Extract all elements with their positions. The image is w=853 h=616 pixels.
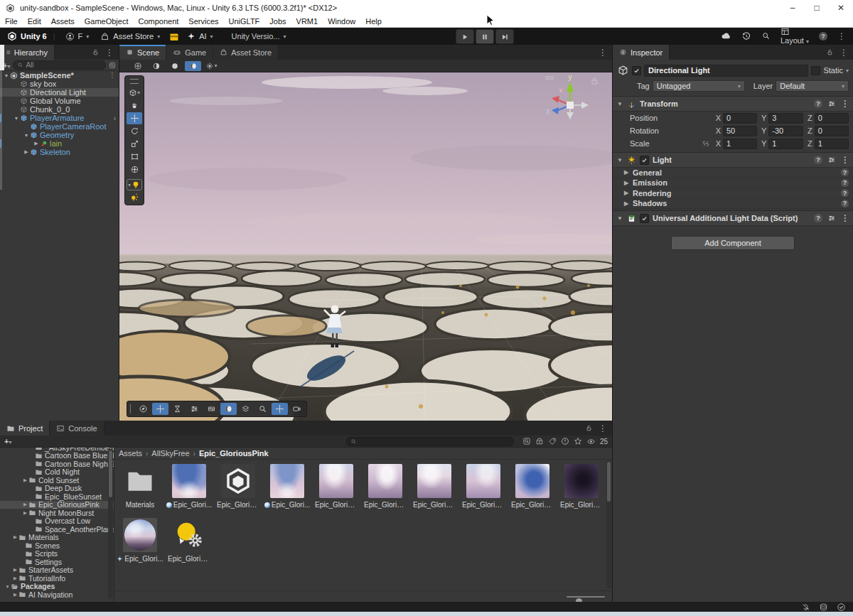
gizmo-toggle-button[interactable] [272, 403, 288, 415]
help-icon[interactable]: ? [841, 200, 849, 207]
snap-settings-button[interactable] [186, 403, 203, 415]
prefab-open-chevron[interactable]: › [114, 114, 116, 122]
tab-scene[interactable]: Scene [119, 45, 166, 60]
grid-snap-button[interactable] [203, 403, 220, 415]
thumbnail-zoom-slider[interactable] [567, 596, 605, 598]
asset-store-dropdown[interactable]: Asset Store ▾ [100, 32, 160, 41]
kebab-menu-icon[interactable]: ⋮ [599, 425, 607, 432]
tree-item[interactable]: Overcast Low [0, 517, 114, 526]
scale-tool[interactable] [127, 138, 142, 150]
menu-item-vrm1[interactable]: VRM1 [291, 16, 323, 27]
menu-item-jobs[interactable]: Jobs [264, 16, 291, 27]
position-y-field[interactable]: 3 [768, 113, 803, 124]
menu-item-gameobject[interactable]: GameObject [80, 16, 134, 27]
tree-item[interactable]: ▶StarterAssets [0, 566, 114, 575]
kebab-menu-icon[interactable]: ⋮ [839, 49, 848, 56]
minimize-button[interactable]: – [780, 0, 805, 16]
presets-icon[interactable] [827, 214, 836, 222]
tree-item[interactable]: ▶Night MoonBurst [0, 509, 114, 517]
tab-asset-store[interactable]: Asset Store [213, 45, 279, 60]
hierarchy-item-geometry[interactable]: ▼ Geometry [0, 131, 119, 139]
tree-item[interactable]: Cartoon Base BlueSky [0, 452, 114, 460]
project-search-input[interactable] [346, 437, 514, 446]
menu-item-edit[interactable]: Edit [23, 16, 46, 27]
script-enabled-checkbox[interactable] [640, 214, 649, 223]
light-section-rendering[interactable]: ▶Rendering ? [613, 188, 853, 199]
tab-game[interactable]: Game [166, 45, 213, 60]
tree-item[interactable]: ▶AI Navigation [0, 590, 114, 599]
tree-item[interactable]: Space_AnotherPlanet [0, 525, 114, 534]
asset-skybox-material[interactable]: Epic_Glori... [117, 518, 163, 563]
asset-materials-folder[interactable]: Materials [117, 464, 163, 509]
asset-texture[interactable]: Epic_Glorious... [362, 464, 409, 509]
breadcrumb-assets[interactable]: Assets [119, 449, 142, 458]
background-tasks-ok-icon[interactable] [837, 603, 846, 612]
asset-texture[interactable]: Epic_Glorious... [509, 464, 556, 509]
kebab-menu-icon[interactable]: ⋮ [109, 72, 116, 79]
import-package-icon[interactable] [535, 437, 544, 445]
transform-component-header[interactable]: ▼ Transform ? ⋮ [613, 96, 853, 112]
tree-item[interactable]: Scenes [0, 541, 114, 550]
hierarchy-item-directional-light[interactable]: Directional Light [0, 88, 119, 97]
asset-scrollbar[interactable] [606, 460, 611, 588]
lighting-toggle-button[interactable] [185, 61, 201, 71]
position-z-field[interactable]: 0 [815, 113, 849, 124]
hierarchy-item-playercameraroot[interactable]: PlayerCameraRoot [0, 122, 119, 131]
active-checkbox[interactable] [632, 66, 641, 75]
layout-dropdown[interactable]: Layout ▾ [780, 27, 809, 45]
notifications-muted-icon[interactable] [801, 603, 810, 612]
tab-hierarchy[interactable]: ≡ Hierarchy [0, 45, 55, 60]
add-component-button[interactable]: Add Component [671, 236, 795, 250]
presets-icon[interactable] [827, 99, 836, 108]
light-section-shadows[interactable]: ▶Shadows ? [613, 199, 853, 210]
chevron-down-icon[interactable]: ▾ [846, 67, 849, 74]
scale-y-field[interactable]: 1 [768, 139, 803, 149]
kebab-menu-icon[interactable]: ⋮ [837, 33, 846, 40]
help-icon[interactable]: ? [814, 99, 822, 108]
hierarchy-item-scene[interactable]: ▼ SampleScene* ⋮ [0, 71, 119, 80]
hidden-count-eye-icon[interactable] [586, 437, 596, 446]
breadcrumb-current[interactable]: Epic_GloriousPink [199, 449, 269, 458]
kebab-menu-icon[interactable]: ⋮ [841, 215, 849, 222]
version-dropdown[interactable]: Unity Versio... ▾ [232, 32, 286, 40]
view-hand-tool[interactable] [127, 99, 142, 112]
rotation-y-field[interactable]: -30 [768, 126, 803, 136]
hierarchy-item-lain[interactable]: ▶ lain [0, 139, 119, 148]
draw-mode-camera-button[interactable] [129, 61, 146, 71]
move-tool[interactable] [127, 112, 142, 124]
tree-item-selected[interactable]: ▶Epic_GloriousPink [0, 501, 114, 509]
perspective-label[interactable]: < Persp [565, 122, 595, 131]
tab-inspector[interactable]: Inspector [613, 45, 670, 60]
light-enabled-checkbox[interactable] [640, 156, 649, 165]
position-x-field[interactable]: 0 [723, 113, 757, 124]
kebab-menu-icon[interactable]: ⋮ [841, 100, 849, 107]
script-component-header[interactable]: ▼ Universal Additional Light Data (Scrip… [613, 210, 853, 226]
effects-dropdown-button[interactable]: ▾ [203, 61, 220, 71]
measure-button[interactable] [169, 403, 186, 415]
tree-item[interactable]: ▶Materials [0, 534, 114, 542]
account-dropdown[interactable]: F ▾ [65, 32, 90, 41]
static-checkbox[interactable] [811, 66, 820, 75]
search-button[interactable] [254, 403, 271, 415]
move-snap-button[interactable] [152, 403, 168, 415]
help-icon[interactable]: ? [814, 156, 822, 164]
rotation-x-field[interactable]: 50 [723, 126, 757, 136]
rect-tool[interactable] [127, 151, 142, 163]
tree-item[interactable]: Deep Dusk [0, 485, 114, 493]
rotation-z-field[interactable]: 0 [815, 126, 849, 136]
link-scale-icon[interactable] [702, 139, 710, 148]
tree-scrollbar[interactable] [108, 449, 113, 598]
tree-item[interactable]: ▶TutorialInfo [0, 574, 114, 583]
tree-item[interactable]: Epic_BlueSunset [0, 492, 114, 501]
hierarchy-item-playerarmature[interactable]: ▼ PlayerArmature › [0, 114, 119, 122]
search-icon[interactable] [761, 31, 771, 40]
gameobject-icon[interactable] [617, 65, 629, 77]
search-picker-icon[interactable] [109, 62, 116, 69]
tag-dropdown[interactable]: Untagged▾ [653, 80, 745, 92]
pause-button[interactable] [476, 29, 494, 44]
kebab-menu-icon[interactable]: ⋮ [841, 156, 849, 163]
light-section-emission[interactable]: ▶Emission ? [613, 178, 853, 189]
menu-item-file[interactable]: File [0, 16, 23, 27]
asset-texture[interactable]: Epic_Glorious... [558, 464, 605, 509]
lock-icon[interactable] [585, 424, 593, 432]
